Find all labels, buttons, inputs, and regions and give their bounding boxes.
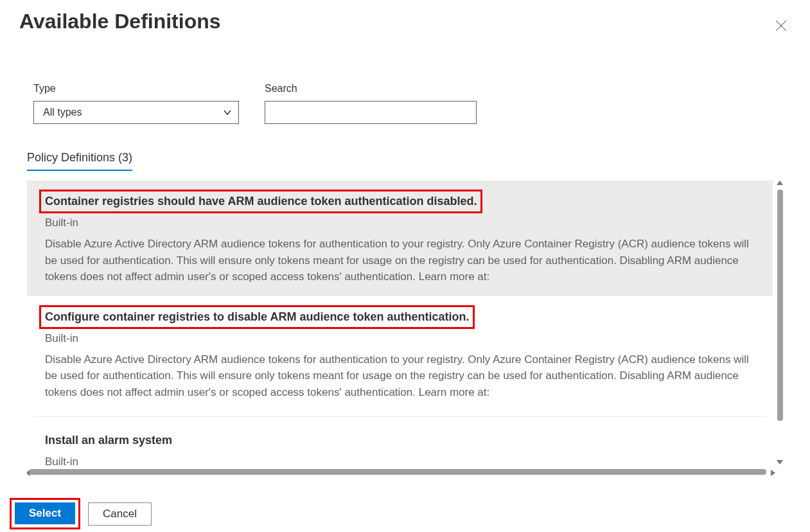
select-button[interactable]: Select [15,502,75,524]
search-filter-group: Search [265,83,477,124]
panel-header: Available Definitions [0,0,810,38]
footer-actions: Select Cancel [10,498,152,529]
policy-description: Disable Azure Active Directory ARM audie… [45,236,755,285]
horizontal-scrollbar[interactable] [30,469,766,475]
search-input[interactable] [265,101,477,124]
select-highlight: Select [10,498,80,529]
panel-title: Available Definitions [19,10,221,33]
divider [33,416,766,417]
type-dropdown[interactable]: All types [33,101,239,124]
policy-title: Container registries should have ARM aud… [39,190,482,213]
policy-type: Built-in [45,217,755,229]
search-label: Search [265,83,477,94]
policy-type: Built-in [45,456,755,468]
policy-item[interactable]: Container registries should have ARM aud… [27,181,773,296]
policy-title: Install an alarm system [39,429,178,452]
policy-description: Disable Azure Active Directory ARM audie… [45,351,755,401]
scroll-up-icon[interactable] [777,181,783,185]
tab-bar: Policy Definitions (3) [0,124,810,171]
policy-item[interactable]: Configure container registries to disabl… [27,296,773,412]
filter-bar: Type All types Search [0,38,810,124]
cancel-button[interactable]: Cancel [88,502,152,526]
close-button[interactable] [771,16,791,38]
tab-policy-definitions[interactable]: Policy Definitions (3) [27,151,132,171]
type-label: Type [33,83,239,94]
scroll-right-icon[interactable] [771,470,775,476]
policy-list: Container registries should have ARM aud… [27,181,783,476]
policy-item[interactable]: Install an alarm system Built-in [27,420,773,472]
scroll-down-icon[interactable] [777,460,783,465]
policy-type: Built-in [45,332,755,345]
chevron-down-icon [223,108,232,117]
close-icon [775,20,787,31]
type-dropdown-value: All types [43,107,82,118]
vertical-scrollbar[interactable] [777,190,783,421]
policy-title: Configure container registries to disabl… [39,305,475,329]
type-filter-group: Type All types [33,83,239,124]
